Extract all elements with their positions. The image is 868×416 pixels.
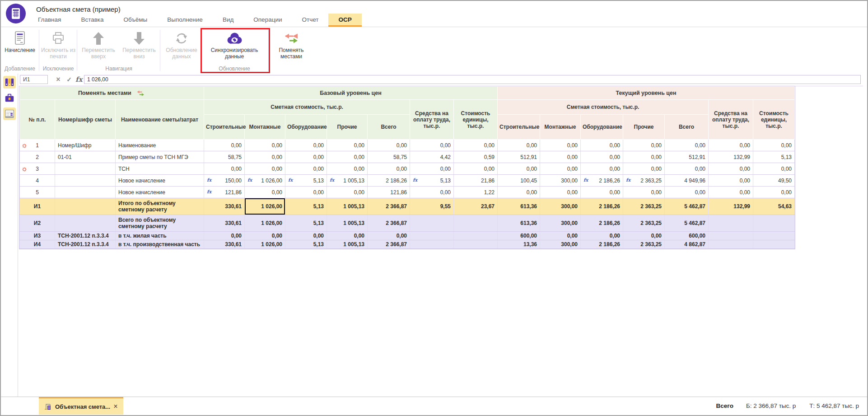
row-name-cell[interactable]: Новое начисление [116,175,204,187]
value-cell[interactable]: 5,13 [285,240,327,249]
row-number-cell[interactable]: 4 [20,175,55,187]
value-cell[interactable] [454,240,498,249]
formula-input[interactable] [84,75,861,84]
value-cell[interactable]: fx150,00 [204,175,245,187]
value-cell[interactable]: 330,61 [204,215,245,232]
row-number-cell[interactable]: И1 [20,198,55,215]
value-cell[interactable]: 0,00 [245,187,285,198]
value-cell[interactable]: 121,86 [368,187,410,198]
row-number-cell[interactable]: 5 [20,187,55,198]
tab-obyomy[interactable]: Объёмы [114,14,158,27]
value-cell[interactable]: 0,00 [540,187,581,198]
row-code-cell[interactable]: 01-01 [55,151,116,163]
value-cell[interactable]: 5,13 [285,215,327,232]
value-cell[interactable]: 58,75 [368,151,410,163]
value-cell[interactable]: 0,00 [665,187,709,198]
value-cell[interactable]: 300,00 [540,240,581,249]
value-cell[interactable]: 0,00 [709,187,753,198]
value-cell[interactable]: fx1 026,00 [245,175,285,187]
value-cell[interactable]: 2 363,25 [623,240,665,249]
value-cell[interactable]: fx2 363,25 [623,175,665,187]
value-cell[interactable]: 512,91 [665,151,709,163]
value-cell[interactable]: 2 366,87 [368,198,410,215]
value-cell[interactable]: 0,00 [498,163,540,175]
value-cell[interactable]: 1 026,00 [245,198,285,215]
value-cell[interactable]: 0,00 [204,163,245,175]
value-cell[interactable]: 0,00 [204,140,245,151]
cancel-icon[interactable]: × [54,74,63,85]
value-cell[interactable]: 0,00 [285,140,327,151]
row-code-cell[interactable]: ТСН-2001.12 п.3.3.4 [55,240,116,249]
value-cell[interactable]: 512,91 [498,151,540,163]
value-cell[interactable]: 330,61 [204,198,245,215]
swap-columns-header[interactable]: Поменять местами [20,87,204,100]
row-name-cell[interactable]: Итого по объектному сметному расчету [116,198,204,215]
value-cell[interactable]: 0,00 [327,232,368,240]
value-cell[interactable]: 300,00 [540,198,581,215]
value-cell[interactable]: 0,00 [623,163,665,175]
value-cell[interactable]: 0,00 [285,163,327,175]
value-cell[interactable]: 9,55 [410,198,454,215]
value-cell[interactable]: 0,00 [368,140,410,151]
value-cell[interactable]: 0,00 [709,175,753,187]
row-code-cell[interactable] [55,163,116,175]
value-cell[interactable]: 54,63 [753,198,795,215]
value-cell[interactable]: 0,00 [204,232,245,240]
value-cell[interactable]: 0,00 [368,163,410,175]
value-cell[interactable]: 5,13 [285,198,327,215]
value-cell[interactable]: 0,00 [540,140,581,151]
confirm-icon[interactable]: ✓ [65,74,74,85]
binders-icon[interactable] [3,76,16,89]
value-cell[interactable]: 23,67 [454,198,498,215]
value-cell[interactable]: 1 026,00 [245,240,285,249]
value-cell[interactable]: 0,00 [753,187,795,198]
value-cell[interactable]: 0,00 [581,187,623,198]
value-cell[interactable] [709,215,753,232]
accrual-button[interactable]: Начисление [2,29,38,54]
value-cell[interactable]: 0,00 [709,140,753,151]
value-cell[interactable]: 0,00 [623,232,665,240]
row-number-cell[interactable]: И3 [20,232,55,240]
value-cell[interactable]: 1 026,00 [245,215,285,232]
value-cell[interactable]: 132,99 [709,198,753,215]
value-cell[interactable] [753,215,795,232]
value-cell[interactable]: 2 186,26 [581,198,623,215]
row-code-cell[interactable] [55,198,116,215]
value-cell[interactable]: 330,61 [204,240,245,249]
row-code-cell[interactable] [55,187,116,198]
value-cell[interactable]: 0,00 [753,163,795,175]
row-name-cell[interactable]: в т.ч. производственная часть [116,240,204,249]
value-cell[interactable]: 0,00 [581,140,623,151]
value-cell[interactable]: 0,00 [540,151,581,163]
value-cell[interactable]: 0,00 [753,140,795,151]
value-cell[interactable]: 0,00 [581,151,623,163]
value-cell[interactable] [709,240,753,249]
value-cell[interactable] [454,232,498,240]
value-cell[interactable]: 0,00 [245,151,285,163]
row-code-cell[interactable]: Номер/Шифр [55,140,116,151]
value-cell[interactable]: 0,00 [285,151,327,163]
document-tab[interactable]: Объектная смета... × [39,397,123,415]
value-cell[interactable]: 600,00 [665,232,709,240]
value-cell[interactable] [410,240,454,249]
value-cell[interactable]: 613,36 [498,215,540,232]
row-number-cell[interactable]: И4 [20,240,55,249]
value-cell[interactable]: 0,00 [581,232,623,240]
value-cell[interactable] [410,215,454,232]
value-cell[interactable]: 2 363,25 [623,198,665,215]
value-cell[interactable]: 0,00 [327,187,368,198]
value-cell[interactable]: 100,45 [498,175,540,187]
row-number-cell[interactable]: 1 [20,140,55,151]
row-name-cell[interactable]: Наименование [116,140,204,151]
sheet-icon[interactable] [3,108,16,120]
value-cell[interactable] [454,215,498,232]
row-number-cell[interactable]: 2 [20,151,55,163]
value-cell[interactable]: 0,00 [410,140,454,151]
row-number-cell[interactable]: И2 [20,215,55,232]
tab-vid[interactable]: Вид [213,14,243,27]
value-cell[interactable]: 300,00 [540,215,581,232]
value-cell[interactable]: 0,00 [410,187,454,198]
tab-vypolnenie[interactable]: Выполнение [157,14,213,27]
value-cell[interactable]: 0,00 [245,140,285,151]
value-cell[interactable]: 0,00 [623,151,665,163]
